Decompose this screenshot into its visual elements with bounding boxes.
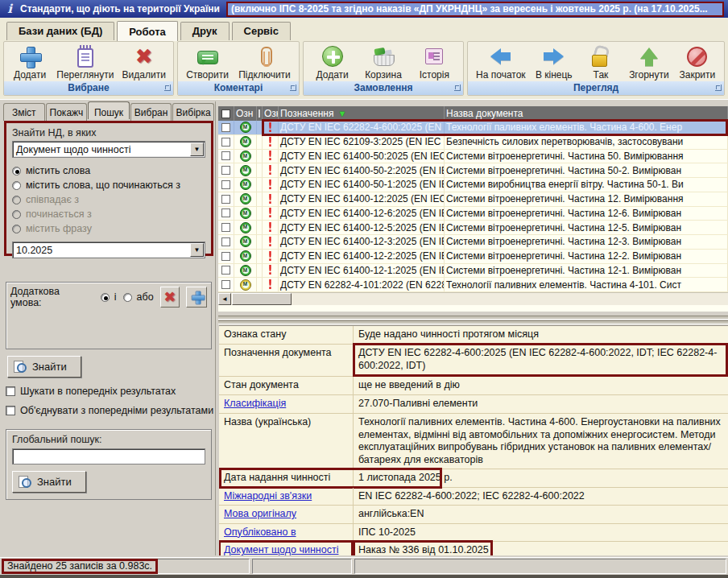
row-checkbox[interactable] [218, 192, 234, 206]
table-row[interactable]: M!ДСТУ EN IEC 61400-12-1:2025 (EN IEC 61… [218, 264, 728, 279]
sidebar-tab-contents[interactable]: Зміст [3, 103, 45, 121]
chevron-down-icon[interactable]: ▼ [190, 243, 204, 257]
select-all-checkbox[interactable] [218, 106, 234, 121]
row-checkbox[interactable] [218, 178, 234, 192]
collapse-button[interactable]: Згорнути [626, 43, 672, 81]
column-header-ozn2[interactable]: Озн [263, 106, 279, 121]
table-row[interactable]: M!ДСТУ EN IEC 61400-12:2025 (EN IEC 6140… [218, 192, 728, 207]
global-find-button[interactable]: Знайти [12, 471, 86, 493]
search-field-select[interactable]: Документ щодо чинності ▼ [12, 141, 205, 158]
group-label-comments: Коментарі [178, 81, 299, 95]
cart-button[interactable]: Корзина [362, 43, 405, 81]
column-splitter[interactable] [257, 106, 263, 121]
table-row[interactable]: M!ДСТУ EN IEC 61400-50:2025 (EN IEC 6140… [218, 150, 728, 164]
radio-starts-with-words[interactable]: містить слова, що починаються з [12, 180, 205, 191]
dialog-launcher-icon[interactable] [715, 85, 722, 91]
table-row[interactable]: M!ДСТУ EN 62282-4-101:2022 (EN 62282-4-1… [218, 278, 728, 292]
dialog-launcher-icon[interactable] [290, 85, 296, 91]
exclamation-icon: ! [268, 278, 273, 291]
row-checkbox[interactable] [218, 235, 234, 249]
table-row[interactable]: M!ДСТУ EN IEC 61400-50-2:2025 (EN IEC 61… [218, 163, 728, 178]
detail-row: Дата надання чинності1 листопада 2025 р. [219, 469, 728, 488]
tab-service[interactable]: Сервіс [232, 22, 291, 40]
column-header-code[interactable]: Позначення▼ [279, 106, 445, 121]
pane-splitter[interactable] [218, 314, 728, 324]
dialog-launcher-icon[interactable] [454, 85, 461, 91]
ribbon-group-favorites: Додати Переглянути ✖ Видалити Вибране [3, 41, 174, 96]
tab-print[interactable]: Друк [180, 22, 230, 40]
detail-label-link[interactable]: Документ щодо чинності [219, 542, 353, 555]
add-condition-button[interactable] [186, 287, 207, 308]
radio-and[interactable]: і [101, 291, 117, 303]
filter-funnel-icon[interactable]: ▼ [337, 109, 346, 118]
detail-label-link[interactable]: Опубліковано в [219, 524, 353, 542]
delete-favorite-button[interactable]: ✖ Видалити [119, 43, 169, 81]
row-checkbox[interactable] [218, 150, 234, 163]
checkbox-merge-previous[interactable]: Об'єднувати з попередніми результатами [6, 405, 215, 416]
results-table-body: M!ДСТУ EN IEC 62282-4-600:2025 (EN IEC 6… [218, 121, 728, 292]
column-header-ozn1[interactable]: Озн [234, 106, 257, 121]
row-checkbox[interactable] [218, 135, 234, 149]
go-last-button[interactable]: В кінець [532, 43, 576, 81]
scrollbar-thumb[interactable] [232, 293, 292, 305]
add-order-button[interactable]: Додати [311, 43, 354, 81]
arrow-right-icon [544, 48, 564, 64]
table-row[interactable]: M!ДСТУ EN IEC 61400-12-3:2025 (EN IEC 61… [218, 235, 728, 250]
attach-comment-button[interactable]: Підключити [235, 43, 294, 81]
checkbox-search-previous[interactable]: Шукати в попередніх результатах [6, 386, 215, 397]
checkbox-icon[interactable] [6, 406, 15, 415]
document-name: Системи виробництва енергії вітру. Части… [445, 178, 728, 192]
sidebar-tab-search[interactable]: Пошук [88, 101, 130, 119]
add-favorite-button[interactable]: Додати [8, 43, 52, 81]
horizontal-scrollbar[interactable]: ◄ [218, 292, 728, 305]
create-comment-button[interactable]: Створити [183, 43, 232, 81]
remove-condition-button[interactable]: ✖ [160, 287, 180, 308]
document-name: Системи вітроенергетичні. Частина 12-2. … [445, 250, 728, 263]
row-checkbox[interactable] [218, 278, 234, 291]
document-code: ДСТУ EN 62282-4-101:2022 (EN 62282-4-101… [279, 278, 445, 291]
row-checkbox[interactable] [218, 207, 234, 221]
table-row[interactable]: M!ДСТУ EN IEC 62282-4-600:2025 (EN IEC 6… [218, 121, 728, 135]
checkbox-icon[interactable] [6, 386, 15, 396]
table-row[interactable]: M!ДСТУ EN IEC 61400-12-6:2025 (EN IEC 61… [218, 207, 728, 221]
document-code: ДСТУ EN IEC 61400-12-2:2025 (EN IEC 6140… [279, 250, 445, 263]
sidebar-tab-selection[interactable]: Вибірка [172, 103, 214, 121]
tab-databases[interactable]: Бази даних (БД) [6, 22, 114, 40]
search-value-select[interactable]: 10.2025 ▼ [12, 242, 205, 258]
radio-or[interactable]: або [123, 291, 154, 303]
sidebar-tab-index[interactable]: Покажч [46, 103, 88, 121]
row-checkbox[interactable] [218, 163, 234, 177]
view-favorite-button[interactable]: Переглянути [53, 43, 117, 81]
sidebar-tab-selected[interactable]: Вибран [130, 103, 172, 121]
close-button[interactable]: Закрити [676, 43, 719, 81]
table-row[interactable]: M!ДСТУ EN IEC 61400-12-2:2025 (EN IEC 61… [218, 250, 728, 264]
global-search-input[interactable] [12, 448, 205, 464]
radio-contains-words[interactable]: містить слова [12, 165, 205, 176]
tab-work[interactable]: Робота [117, 21, 178, 41]
scroll-left-icon[interactable]: ◄ [218, 293, 231, 305]
row-checkbox[interactable] [218, 221, 234, 234]
column-header-name[interactable]: Назва документа [445, 106, 728, 121]
document-code: ДСТУ EN IEC 61400-12-3:2025 (EN IEC 6140… [279, 235, 445, 249]
row-checkbox[interactable] [218, 264, 234, 278]
dialog-launcher-icon[interactable] [164, 85, 171, 91]
status-m-badge: M [240, 265, 251, 276]
go-first-button[interactable]: На початок [473, 43, 529, 81]
history-button[interactable]: Історія [412, 43, 456, 81]
table-row[interactable]: M!ДСТУ EN IEC 62109-3:2025 (EN IEC 62109… [218, 135, 728, 150]
detail-label-link[interactable]: Мова оригіналу [219, 506, 353, 523]
yes-button[interactable]: Так [579, 43, 623, 81]
row-checkbox[interactable] [218, 250, 234, 263]
table-row[interactable]: M!ДСТУ EN IEC 61400-12-5:2025 (EN IEC 61… [218, 221, 728, 235]
search-field-label: Знайти НД, в яких [12, 127, 205, 138]
find-button[interactable]: Знайти [7, 356, 81, 378]
detail-label-link[interactable]: Міжнародні зв'язки [219, 488, 353, 506]
status-m-badge: M [240, 122, 251, 133]
basket-icon [372, 47, 395, 66]
ribbon-group-orders: Додати Корзина Історія Замовлення [303, 41, 464, 96]
chevron-down-icon[interactable]: ▼ [190, 142, 204, 156]
table-row[interactable]: M!ДСТУ EN IEC 61400-50-1:2025 (EN IEC 61… [218, 178, 728, 192]
row-checkbox[interactable] [218, 121, 234, 134]
global-search-label: Глобальний пошук: [12, 434, 205, 445]
detail-label-link[interactable]: Класифікація [219, 395, 353, 413]
